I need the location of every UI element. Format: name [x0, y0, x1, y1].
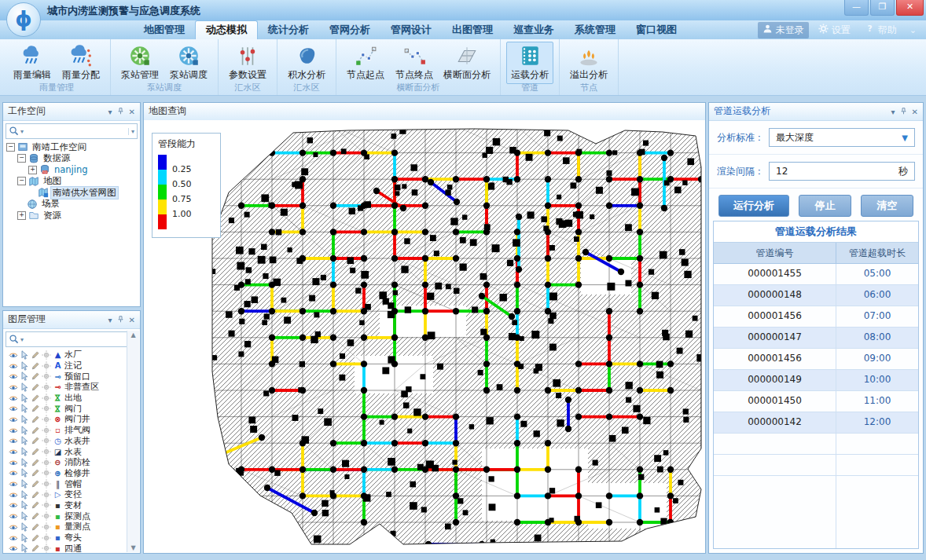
menu-tab[interactable]: 窗口视图 — [626, 20, 687, 39]
layer-edit-icon[interactable] — [31, 447, 40, 456]
layer-select-icon[interactable] — [20, 490, 29, 500]
panel-collapse-icon[interactable]: ▾ — [108, 104, 112, 120]
layer-row[interactable]: ▷变径 — [3, 489, 140, 500]
layer-select-icon[interactable] — [20, 447, 29, 456]
panel-close-icon[interactable]: ✕ — [129, 312, 135, 328]
layer-edit-icon[interactable] — [31, 458, 40, 467]
layer-snap-icon[interactable] — [42, 361, 51, 371]
layer-row[interactable]: ⊸非普查区 — [3, 382, 140, 393]
tree-item-datasource[interactable]: −数据源 — [3, 153, 140, 165]
layer-select-icon[interactable] — [20, 436, 29, 445]
layer-row[interactable]: ◪水表 — [3, 446, 140, 457]
layer-select-icon[interactable] — [20, 350, 29, 360]
user-menu-item[interactable]: 未登录 — [758, 22, 809, 38]
layer-edit-icon[interactable] — [31, 393, 40, 403]
stop-button[interactable]: 停止 — [799, 195, 851, 217]
layer-edit-icon[interactable] — [31, 350, 40, 360]
layer-row[interactable]: ▪变材 — [3, 500, 140, 511]
layer-snap-icon[interactable] — [42, 533, 51, 543]
layer-row[interactable]: A注记 — [3, 361, 140, 372]
panel-pin-icon[interactable] — [117, 312, 124, 328]
layer-visibility-icon[interactable] — [9, 458, 18, 467]
close-button[interactable]: ✕ — [896, 0, 924, 16]
layer-visibility-icon[interactable] — [9, 436, 18, 445]
search-dropdown-icon[interactable]: ▾ — [20, 336, 24, 343]
result-table-row[interactable]: 00000145011:00 — [714, 391, 918, 412]
layer-visibility-icon[interactable] — [9, 426, 18, 435]
layer-row[interactable]: ▪探测点 — [3, 511, 140, 522]
layer-row[interactable]: ‖管帽 — [3, 478, 140, 489]
layer-edit-icon[interactable] — [31, 533, 40, 543]
minimize-button[interactable]: — — [844, 0, 869, 16]
load-analysis-button[interactable]: 运载分析 — [506, 42, 553, 84]
result-table-row[interactable]: 00000014910:00 — [714, 370, 918, 391]
layer-visibility-icon[interactable] — [9, 490, 18, 500]
layer-visibility-icon[interactable] — [9, 500, 18, 510]
result-table-row[interactable]: 00000145505:00 — [714, 264, 918, 285]
search-options-icon[interactable]: ▾ — [128, 128, 134, 135]
menu-tab[interactable]: 管网设计 — [380, 20, 442, 39]
menu-chevron-icon[interactable]: ⌄ — [906, 25, 920, 35]
layer-scrollbar[interactable]: ▲ ▼ — [127, 331, 139, 552]
menu-tab[interactable]: 统计分析 — [258, 20, 319, 39]
panel-collapse-icon[interactable]: ▾ — [108, 312, 112, 328]
layer-select-icon[interactable] — [20, 511, 29, 521]
column-header-overload-duration[interactable]: 管道超载时长 — [836, 243, 918, 263]
layer-visibility-icon[interactable] — [9, 533, 18, 543]
layer-visibility-icon[interactable] — [9, 361, 18, 371]
layer-edit-icon[interactable] — [31, 404, 40, 413]
layer-select-icon[interactable] — [20, 479, 29, 489]
panel-collapse-icon[interactable]: ▾ — [891, 104, 895, 120]
layer-snap-icon[interactable] — [42, 393, 51, 403]
tree-item-scene[interactable]: 场景 — [3, 199, 140, 210]
layer-edit-icon[interactable] — [31, 426, 40, 435]
menu-tab[interactable]: 系统管理 — [564, 20, 626, 39]
tree-item-database[interactable]: +SQLnanjing — [3, 164, 140, 176]
layer-snap-icon[interactable] — [42, 350, 51, 360]
layer-snap-icon[interactable] — [42, 544, 51, 553]
tree-item-maps[interactable]: −地图 — [3, 176, 140, 188]
layer-select-icon[interactable] — [20, 404, 29, 413]
layer-snap-icon[interactable] — [42, 436, 51, 445]
tree-item-folder[interactable]: +资源 — [3, 210, 140, 221]
maximize-button[interactable]: ❐ — [870, 0, 895, 16]
layer-visibility-icon[interactable] — [9, 468, 18, 478]
layer-snap-icon[interactable] — [42, 479, 51, 489]
node-start-button[interactable]: 节点起点 — [342, 42, 389, 84]
run-analysis-button[interactable]: 运行分析 — [718, 195, 789, 217]
layer-snap-icon[interactable] — [42, 404, 51, 413]
layer-edit-icon[interactable] — [31, 544, 40, 553]
pump-blue-button[interactable]: 泵站调度 — [165, 42, 212, 84]
layer-edit-icon[interactable] — [31, 415, 40, 424]
layer-row[interactable]: ⋈出地 — [3, 393, 140, 404]
layer-row[interactable]: ◷水表井 — [3, 436, 140, 447]
layer-edit-icon[interactable] — [31, 372, 40, 381]
tree-item-map[interactable]: 南靖供水管网图 — [3, 187, 140, 199]
map-viewport[interactable] — [144, 120, 705, 553]
layer-row[interactable]: ▲水厂 — [3, 350, 140, 361]
layer-snap-icon[interactable] — [42, 382, 51, 392]
layer-row[interactable]: ▪量测点 — [3, 522, 140, 533]
sliders-button[interactable]: 参数设置 — [224, 42, 271, 84]
analysis-standard-select[interactable]: 最大深度 ▼ — [769, 128, 915, 147]
pump-green-button[interactable]: 泵站管理 — [116, 42, 164, 84]
result-table-row[interactable]: 00000145609:00 — [714, 349, 918, 370]
layer-select-icon[interactable] — [20, 415, 29, 424]
layer-visibility-icon[interactable] — [9, 479, 18, 489]
layer-visibility-icon[interactable] — [9, 544, 18, 553]
layer-select-icon[interactable] — [20, 393, 29, 403]
layer-edit-icon[interactable] — [31, 468, 40, 478]
panel-close-icon[interactable]: ✕ — [912, 104, 918, 120]
layer-edit-icon[interactable] — [31, 522, 40, 532]
layer-visibility-icon[interactable] — [9, 350, 18, 360]
layer-snap-icon[interactable] — [42, 415, 51, 424]
menu-tab[interactable]: 地图管理 — [134, 20, 195, 39]
layer-visibility-icon[interactable] — [9, 511, 18, 521]
tree-expander-icon[interactable]: − — [17, 177, 26, 185]
layer-edit-icon[interactable] — [31, 479, 40, 489]
layer-edit-icon[interactable] — [31, 436, 40, 445]
layer-row[interactable]: ▪弯头 — [3, 533, 140, 544]
layer-select-icon[interactable] — [20, 361, 29, 371]
water-blob-button[interactable]: 积水分析 — [283, 42, 330, 84]
layer-edit-icon[interactable] — [31, 382, 40, 392]
